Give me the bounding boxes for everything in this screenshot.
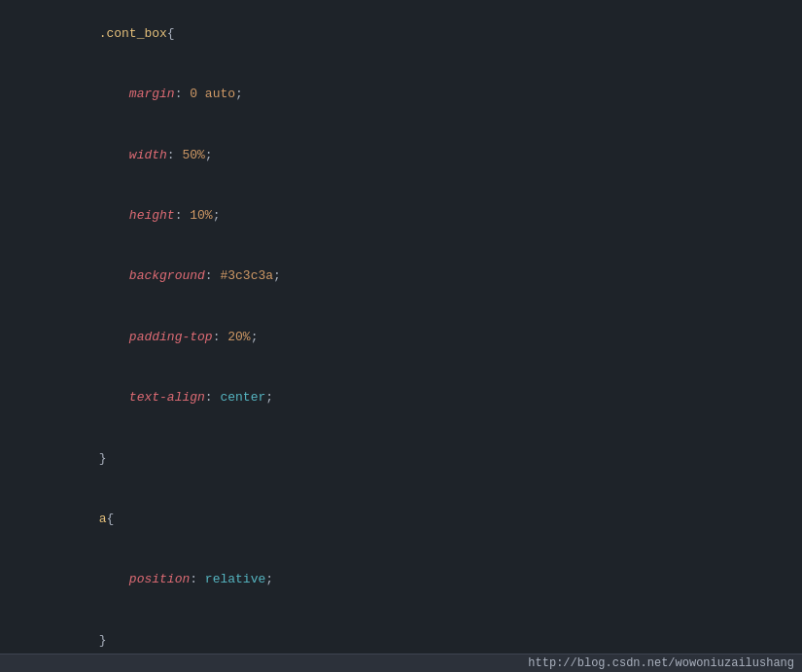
status-bar: http://blog.csdn.net/wowoniuzailushang bbox=[0, 654, 802, 672]
code-area: .cont_box{ margin: 0 auto; width: 50%; h… bbox=[0, 0, 802, 672]
line-6: padding-top: 20%; bbox=[0, 307, 802, 368]
line-7: text-align: center; bbox=[0, 368, 802, 428]
line-10: position: relative; bbox=[0, 550, 802, 611]
selector-cont-box: .cont_box bbox=[68, 26, 166, 41]
line-9: a{ bbox=[0, 489, 802, 549]
line-4: height: 10%; bbox=[0, 186, 802, 246]
line-8: } bbox=[0, 429, 802, 489]
line-1: .cont_box{ bbox=[0, 4, 802, 64]
code-editor: .cont_box{ margin: 0 auto; width: 50%; h… bbox=[0, 0, 802, 672]
line-3: width: 50%; bbox=[0, 125, 802, 186]
line-2: margin: 0 auto; bbox=[0, 64, 802, 124]
line-5: background: #3c3c3a; bbox=[0, 247, 802, 307]
status-url: http://blog.csdn.net/wowoniuzailushang bbox=[528, 656, 794, 670]
